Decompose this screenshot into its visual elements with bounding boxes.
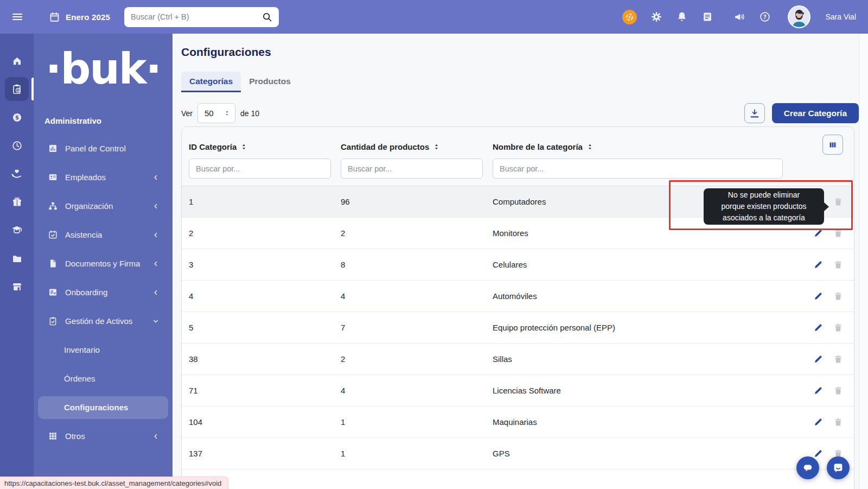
grid-icon (48, 431, 58, 441)
select-updown-icon (224, 110, 231, 117)
sidebar-item-empleados[interactable]: Empleados (34, 163, 173, 192)
column-header-cantidad-productos[interactable]: Cantidad de productos (341, 140, 493, 153)
sidebar-item-onboarding[interactable]: Onboarding (34, 278, 173, 307)
search-input[interactable] (131, 12, 261, 21)
edit-pencil-icon[interactable] (813, 322, 824, 333)
filter-count-input[interactable] (341, 158, 483, 179)
column-header-id-categoria[interactable]: ID Categoría (189, 140, 341, 153)
pagesize-prefix: Ver (181, 109, 193, 118)
rail-gift-icon[interactable] (5, 190, 29, 214)
rail-training-graduation-icon[interactable] (5, 218, 29, 242)
sidebar-item-gestion-de-activos[interactable]: Gestión de Activos (34, 307, 173, 335)
download-button[interactable] (744, 103, 765, 123)
sidebar-item-panel-de-control[interactable]: Panel de Control (34, 134, 173, 163)
edit-pencil-icon[interactable] (813, 228, 824, 238)
search-icon[interactable] (261, 11, 272, 22)
vertical-scrollbar[interactable] (859, 34, 868, 489)
table-header: ID Categoría Cantidad de productos Nombr… (182, 127, 854, 186)
filter-name-input[interactable] (493, 158, 783, 179)
settings-gear-icon[interactable] (650, 11, 662, 23)
trash-icon[interactable] (833, 323, 843, 333)
topbar-icons: Sara Vial (622, 5, 856, 28)
table-body: 1 96 Computadores 2 2 Monitores 3 8 (182, 186, 854, 469)
chat-bubble-button[interactable] (796, 456, 819, 479)
tooltip-arrow (824, 202, 829, 212)
tab-productos[interactable]: Productos (241, 72, 299, 92)
sidebar: ·buk· Administrativo Panel de Control Em… (34, 34, 173, 489)
rail-benefits-hand-heart-icon[interactable] (5, 162, 29, 186)
module-rail (0, 34, 34, 489)
trash-icon[interactable] (833, 291, 843, 301)
edit-pencil-icon[interactable] (813, 417, 824, 427)
period-selector[interactable]: Enero 2025 (49, 11, 110, 23)
global-search (124, 7, 279, 27)
pagesize-suffix: de 10 (240, 109, 259, 118)
categories-table-card: ID Categoría Cantidad de productos Nombr… (181, 126, 854, 489)
trash-icon[interactable] (833, 197, 843, 207)
support-target-icon[interactable] (622, 10, 637, 24)
edit-pencil-icon[interactable] (813, 385, 824, 396)
messenger-icon (832, 461, 845, 474)
sort-icon (240, 143, 247, 150)
edit-pencil-icon[interactable] (813, 291, 824, 301)
tabs: Categorías Productos (181, 72, 299, 92)
rail-home-icon[interactable] (5, 49, 29, 73)
menu-icon[interactable] (11, 10, 24, 23)
top-bar: Enero 2025 Sara Vial (0, 0, 868, 34)
trash-icon[interactable] (833, 386, 843, 396)
table-row: 71 4 Licencias Software (182, 375, 854, 407)
trash-icon[interactable] (833, 260, 843, 270)
sidebar-section-label: Administrativo (44, 116, 173, 125)
table-row: 137 1 GPS (182, 438, 854, 469)
chevron-left-icon (152, 202, 159, 210)
rail-assets-clipboard-clock-icon[interactable] (5, 77, 29, 101)
announcements-megaphone-icon[interactable] (733, 11, 745, 23)
buk-logo: ·buk· (34, 34, 173, 99)
create-category-button[interactable]: Crear Categoría (772, 103, 859, 123)
edit-pencil-icon[interactable] (813, 354, 824, 364)
sidebar-nav: Panel de Control Empleados Organización … (34, 134, 173, 450)
table-row: 38 2 Sillas (182, 344, 854, 375)
trash-icon[interactable] (833, 417, 843, 427)
chevron-left-icon (152, 174, 159, 181)
chevron-left-icon (152, 231, 159, 239)
notes-icon[interactable] (701, 11, 713, 23)
page-size-select[interactable]: 50 (197, 103, 235, 123)
sidebar-item-documentos-y-firma[interactable]: Documentos y Firma (34, 249, 173, 278)
messenger-button[interactable] (827, 456, 850, 479)
chevron-down-icon (152, 317, 159, 325)
dashboard-chart-icon (48, 143, 58, 154)
sidebar-item-organizacion[interactable]: Organización (34, 192, 173, 220)
filter-row (182, 158, 854, 179)
calendar-check-icon (48, 230, 58, 240)
notifications-bell-icon[interactable] (676, 11, 688, 23)
edit-pencil-icon[interactable] (813, 259, 824, 270)
list-check-icon (48, 287, 58, 297)
clipboard-check-icon (48, 316, 58, 326)
delete-disabled-tooltip: No se puede eliminar porque existen prod… (704, 188, 824, 225)
sidebar-subitem-configuraciones[interactable]: Configuraciones (38, 396, 168, 419)
rail-store-icon[interactable] (5, 275, 29, 299)
trash-icon[interactable] (833, 228, 843, 238)
tab-categorias[interactable]: Categorías (181, 72, 241, 92)
sidebar-subitem-inventario[interactable]: Inventario (34, 335, 173, 364)
rail-money-dollar-icon[interactable] (5, 105, 29, 129)
rail-time-clock-icon[interactable] (5, 134, 29, 157)
sidebar-item-asistencia[interactable]: Asistencia (34, 220, 173, 249)
columns-button[interactable] (822, 135, 843, 155)
column-header-nombre-categoria[interactable]: Nombre de la categoría (493, 140, 784, 153)
org-chart-icon (48, 201, 58, 211)
filter-id-input[interactable] (189, 158, 331, 179)
header-labels-row: ID Categoría Cantidad de productos Nombr… (182, 140, 854, 153)
chevron-left-icon (152, 433, 159, 440)
help-icon[interactable] (759, 11, 771, 23)
page-size-value: 50 (205, 109, 214, 118)
edit-pencil-icon[interactable] (813, 448, 824, 459)
user-name: Sara Vial (825, 12, 856, 21)
calendar-icon (49, 11, 60, 23)
sidebar-subitem-ordenes[interactable]: Órdenes (34, 364, 173, 393)
trash-icon[interactable] (833, 354, 843, 364)
sidebar-item-otros[interactable]: Otros (34, 422, 173, 450)
avatar[interactable] (788, 5, 810, 28)
rail-folder-icon[interactable] (5, 246, 29, 270)
